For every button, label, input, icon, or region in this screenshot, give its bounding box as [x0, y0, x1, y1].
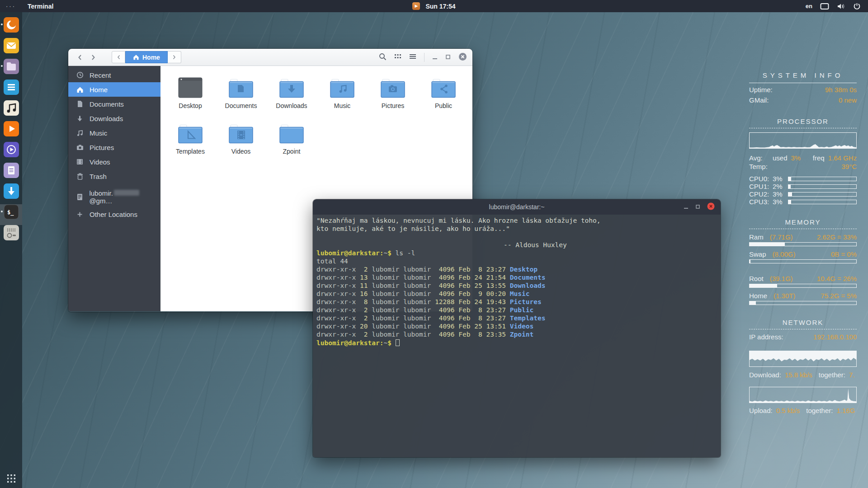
- sidebar-item-pictures[interactable]: Pictures: [68, 140, 160, 155]
- terminal-window: lubomir@darkstar:~ "Nezahŕňaj ma láskou,…: [313, 199, 721, 457]
- dock-item-notes[interactable]: [0, 163, 22, 183]
- cpu-temp-label: Temp:: [749, 163, 768, 170]
- dock-item-downloader[interactable]: [0, 183, 22, 204]
- cpu-used-value: 3%: [791, 154, 801, 162]
- upload-graph: [749, 387, 857, 403]
- terminal-ls-row: drwxr-xr-x 20 lubomir lubomir 4096 Feb 2…: [316, 322, 718, 330]
- file-desktop[interactable]: Desktop: [165, 72, 216, 118]
- trash-icon: [76, 173, 84, 180]
- show-applications-button[interactable]: [0, 474, 22, 483]
- back-button[interactable]: [74, 52, 85, 63]
- dock-item-files[interactable]: [0, 59, 22, 80]
- file-manager-headerbar: Home: [68, 49, 472, 66]
- folder-plain-icon: [278, 121, 305, 144]
- cpu-temp-value: 39°C: [841, 163, 857, 170]
- sidebar-item-videos[interactable]: Videos: [68, 155, 160, 169]
- path-scroll-right-button[interactable]: [168, 51, 181, 63]
- terminal-titlebar[interactable]: lubomir@darkstar:~: [313, 199, 721, 215]
- dock-item-sound-recorder[interactable]: [0, 225, 22, 246]
- sidebar-item-label: Recent: [90, 71, 111, 79]
- path-scroll-left-button[interactable]: [112, 51, 125, 63]
- sidebar-item-email-account[interactable]: lubomir.@gm…: [68, 190, 160, 204]
- dock-item-firefox[interactable]: [0, 17, 22, 38]
- file-zpoint[interactable]: Zpoint: [266, 118, 317, 164]
- file-templates[interactable]: Templates: [165, 118, 216, 164]
- conky-system-monitor: SYSTEM INFO Uptime:9h 38m 0sGMail:0 new …: [749, 71, 857, 414]
- terminal-restore-button[interactable]: [695, 203, 700, 211]
- display-icon[interactable]: [820, 3, 829, 10]
- sidebar-item-other-locations[interactable]: Other Locations: [68, 207, 160, 221]
- minimize-button[interactable]: [432, 53, 438, 61]
- cpu-avg-label: Avg:: [749, 154, 773, 162]
- network-title: NETWORK: [749, 319, 857, 326]
- cpu-used-label: used: [773, 154, 788, 162]
- file-music[interactable]: Music: [317, 72, 368, 118]
- folder-camera-icon: [380, 75, 406, 99]
- maximize-button[interactable]: [445, 53, 451, 61]
- close-button[interactable]: [458, 52, 467, 63]
- terminal-quote-attribution: -- Aldous Huxley: [316, 241, 718, 249]
- upload-together-value: 1.16G: [836, 407, 855, 414]
- folder-template-icon: [177, 121, 203, 144]
- dock-item-terminal[interactable]: $_: [0, 204, 22, 225]
- file-label: Zpoint: [283, 148, 301, 155]
- path-bar: Home: [112, 51, 181, 63]
- terminal-prompt-line: lubomir@darkstar:~$: [316, 338, 718, 347]
- keyboard-layout-indicator[interactable]: en: [806, 3, 812, 9]
- terminal-ls-row: drwxr-xr-x 8 lubomir lubomir 12288 Feb 2…: [316, 298, 718, 306]
- terminal-close-button[interactable]: [707, 202, 715, 212]
- dock: $_: [0, 12, 22, 488]
- menu-icon[interactable]: [409, 53, 416, 61]
- sidebar-item-recent[interactable]: Recent: [68, 68, 160, 82]
- recent-icon: [76, 71, 84, 79]
- sidebar-item-music[interactable]: Music: [68, 126, 160, 140]
- path-segment-home[interactable]: Home: [125, 51, 168, 63]
- dock-item-text-editor[interactable]: [0, 80, 22, 100]
- memory-usage-bar: [749, 301, 857, 305]
- cpu-core-bar: [788, 200, 857, 204]
- other-locations-label: Other Locations: [90, 211, 137, 218]
- system-info-row: GMail:0 new: [749, 96, 857, 104]
- ip-address-value: 192.168.0.100: [813, 333, 857, 341]
- plus-icon: [76, 211, 84, 217]
- document-icon: [76, 100, 84, 108]
- terminal-minimize-button[interactable]: [684, 203, 689, 211]
- upload-together-label: together:: [806, 407, 833, 414]
- icon-view-toggle[interactable]: [394, 53, 401, 62]
- svg-text:$_: $_: [7, 209, 14, 216]
- file-public[interactable]: Public: [418, 72, 469, 118]
- file-label: Videos: [231, 148, 251, 155]
- dock-item-music-player[interactable]: [0, 100, 22, 121]
- sidebar-item-downloads[interactable]: Downloads: [68, 111, 160, 126]
- file-label: Templates: [176, 148, 205, 155]
- dock-item-media-player[interactable]: [0, 142, 22, 163]
- download-graph: [749, 351, 857, 367]
- volume-icon[interactable]: [837, 3, 845, 10]
- terminal-blank-line: [316, 233, 718, 241]
- file-downloads[interactable]: Downloads: [266, 72, 317, 118]
- folder-document-icon: [228, 75, 254, 99]
- file-videos[interactable]: Videos: [216, 118, 266, 164]
- media-playing-icon[interactable]: ▶: [412, 2, 420, 10]
- cpu-freq-label: freq: [813, 154, 825, 162]
- memory-row-home: Home(1.30T)75.2G = 5%: [749, 292, 857, 305]
- system-info-title: SYSTEM INFO: [749, 71, 857, 79]
- power-icon[interactable]: [853, 2, 861, 10]
- sidebar-item-label: Trash: [90, 173, 107, 180]
- file-pictures[interactable]: Pictures: [368, 72, 418, 118]
- dock-item-video-player[interactable]: [0, 121, 22, 142]
- sidebar-item-home[interactable]: Home: [68, 82, 160, 97]
- sidebar-item-documents[interactable]: Documents: [68, 97, 160, 111]
- sidebar-item-label: Home: [90, 86, 108, 94]
- forward-button[interactable]: [87, 52, 99, 63]
- folder-share-icon: [430, 75, 457, 99]
- sidebar-item-trash[interactable]: Trash: [68, 169, 160, 183]
- search-icon[interactable]: [379, 53, 387, 62]
- sidebar-item-label: Documents: [90, 100, 124, 108]
- file-documents[interactable]: Documents: [216, 72, 266, 118]
- terminal-output[interactable]: "Nezahŕňaj ma láskou, nevnucuj mi lásku.…: [313, 215, 721, 457]
- film-icon: [76, 159, 84, 165]
- clock[interactable]: Sun 17:54: [425, 3, 455, 10]
- toolbar-separator: [424, 53, 425, 62]
- dock-item-mail[interactable]: [0, 38, 22, 59]
